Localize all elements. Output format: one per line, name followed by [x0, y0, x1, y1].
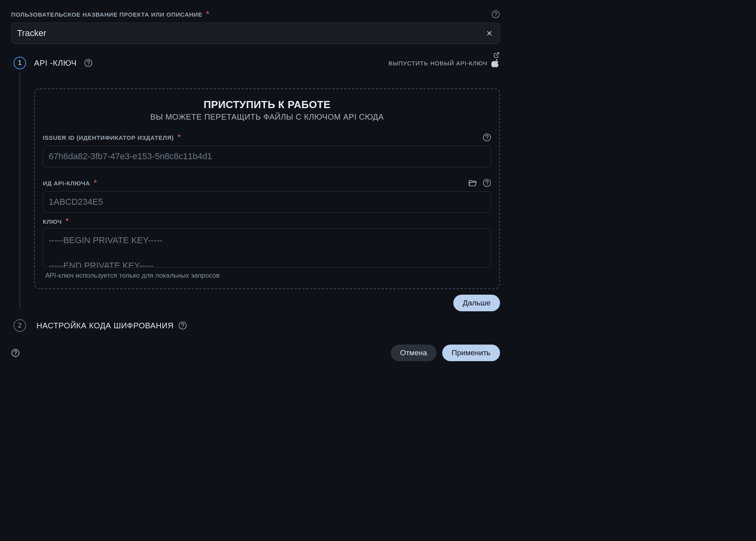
help-icon[interactable]	[178, 321, 187, 330]
project-name-input[interactable]	[17, 28, 485, 38]
step-1-marker: 1	[13, 57, 26, 69]
step-connector-line	[19, 72, 20, 309]
issuer-id-input[interactable]	[49, 151, 485, 162]
help-icon[interactable]	[84, 59, 93, 67]
svg-point-9	[182, 327, 183, 328]
api-key-id-input-wrap[interactable]	[43, 191, 491, 213]
svg-point-7	[487, 184, 487, 185]
svg-point-5	[487, 139, 487, 139]
issuer-id-input-wrap[interactable]	[43, 146, 491, 167]
step-2-marker: 2	[13, 319, 26, 332]
required-asterisk: *	[206, 10, 209, 18]
project-name-input-wrap[interactable]	[11, 23, 500, 44]
svg-point-3	[88, 65, 89, 65]
folder-icon[interactable]	[468, 179, 477, 187]
clear-icon[interactable]	[485, 29, 494, 38]
external-link-icon[interactable]	[492, 51, 501, 59]
step-1-title: API -КЛЮЧ	[34, 59, 77, 68]
svg-point-1	[495, 15, 496, 16]
required-asterisk: *	[94, 178, 97, 187]
dropzone-title: ПРИСТУПИТЬ К РАБОТЕ	[43, 99, 491, 111]
help-icon[interactable]	[483, 133, 491, 142]
issuer-id-label: ISSUER ID (ИДЕНТИФИКАТОР ИЗДАТЕЛЯ)	[43, 134, 174, 141]
key-label: КЛЮЧ	[43, 218, 62, 225]
key-textarea-wrap[interactable]	[43, 228, 491, 268]
help-icon[interactable]	[491, 10, 500, 19]
next-button[interactable]: Дальше	[453, 295, 500, 311]
help-icon[interactable]	[483, 179, 491, 187]
step-2-title: НАСТРОЙКА КОДА ШИФРОВАНИЯ	[36, 321, 174, 330]
project-name-label: ПОЛЬЗОВАТЕЛЬСКОЕ НАЗВАНИЕ ПРОЕКТА ИЛИ ОП…	[11, 11, 202, 18]
apply-button[interactable]: Применить	[442, 345, 500, 361]
key-textarea[interactable]	[49, 229, 485, 267]
required-asterisk: *	[65, 217, 69, 225]
help-icon[interactable]	[11, 349, 20, 357]
apple-icon	[491, 59, 500, 67]
required-asterisk: *	[178, 133, 181, 141]
cancel-button[interactable]: Отмена	[391, 345, 437, 361]
api-key-id-input[interactable]	[49, 197, 485, 207]
api-key-id-label: ИД API-КЛЮЧА	[43, 180, 90, 187]
svg-point-11	[15, 354, 16, 355]
key-hint: API-ключ используется только для локальн…	[43, 272, 491, 280]
issue-new-api-key-link[interactable]: ВЫПУСТИТЬ НОВЫЙ API-КЛЮЧ	[389, 60, 487, 67]
dropzone-subtitle: ВЫ МОЖЕТЕ ПЕРЕТАЩИТЬ ФАЙЛЫ С КЛЮЧОМ API …	[43, 112, 491, 122]
api-key-dropzone[interactable]: ПРИСТУПИТЬ К РАБОТЕ ВЫ МОЖЕТЕ ПЕРЕТАЩИТЬ…	[34, 88, 500, 289]
